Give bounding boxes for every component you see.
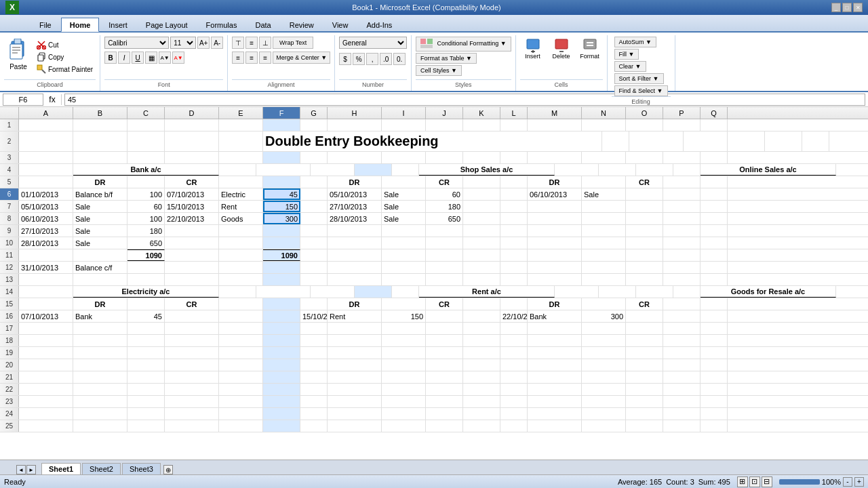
cell-M19[interactable] [528,347,582,359]
cell-P9[interactable] [663,225,701,237]
cell-H18[interactable] [328,335,382,346]
cell-J21[interactable] [426,371,463,383]
fill-color-button[interactable]: A▼ [159,52,171,64]
cell-F20[interactable] [263,359,300,371]
cell-J22[interactable] [426,384,463,395]
rownum-25[interactable]: 25 [0,420,19,432]
cell-A8[interactable]: 06/10/2013 [19,213,73,224]
cell-A7[interactable]: 05/10/2013 [19,201,73,212]
cell-O22[interactable] [626,384,663,395]
cell-J13[interactable] [426,274,463,285]
cell-L1[interactable] [500,119,528,131]
sheet-tab-3[interactable]: Sheet3 [122,463,161,474]
cell-I14[interactable] [555,286,599,298]
cell-Q6[interactable] [701,188,728,200]
cell-C23[interactable] [127,396,165,407]
cell-B10[interactable]: Sale [73,237,127,249]
cell-P25[interactable] [663,420,701,432]
cell-C17[interactable] [127,323,165,334]
cell-L17[interactable] [500,323,528,334]
page-layout-view-button[interactable]: ⊡ [749,476,760,487]
cell-I7[interactable]: Sale [382,201,426,212]
cell-M7[interactable] [528,201,582,212]
cell-O8[interactable] [626,213,663,224]
cell-N1[interactable] [582,119,626,131]
cell-A21[interactable] [19,371,73,383]
cell-K21[interactable] [463,371,500,383]
cell-L23[interactable] [500,396,528,407]
cell-B17[interactable] [73,323,127,334]
cell-D19[interactable] [165,347,219,359]
formula-input[interactable] [64,94,865,106]
cell-P11[interactable] [663,249,701,261]
cell-L7[interactable] [500,201,528,212]
cell-O25[interactable] [626,420,663,432]
cell-I4[interactable] [555,164,599,176]
cell-F25[interactable] [263,420,300,432]
cell-N23[interactable] [582,396,626,407]
cell-G1[interactable] [300,119,328,131]
cell-C13[interactable] [127,274,165,285]
cell-P12[interactable] [663,262,701,273]
cell-C2[interactable] [127,131,165,151]
cell-M17[interactable] [528,323,582,334]
cell-M22[interactable] [528,384,582,395]
cell-O12[interactable] [626,262,663,273]
cell-E10[interactable] [219,237,263,249]
cell-K3[interactable] [463,152,500,163]
cell-J16[interactable] [426,310,463,322]
rownum-11[interactable]: 11 [0,249,19,261]
rownum-6[interactable]: 6 [0,188,19,200]
cell-H3[interactable] [328,152,382,163]
cell-I17[interactable] [382,323,426,334]
cell-Q8[interactable] [701,213,728,224]
percent-button[interactable]: % [353,53,365,65]
rownum-2[interactable]: 2 [0,131,19,151]
cell-D23[interactable] [165,396,219,407]
zoom-in-button[interactable]: + [854,477,864,487]
cell-B2[interactable] [73,131,127,151]
cell-J12[interactable] [426,262,463,273]
cell-C10[interactable]: 650 [127,237,165,249]
col-header-N[interactable]: N [582,107,626,119]
cell-N18[interactable] [582,335,626,346]
cell-N11[interactable] [582,249,626,261]
cell-B24[interactable] [73,408,127,420]
rownum-5[interactable]: 5 [0,176,19,188]
cell-P20[interactable] [663,359,701,371]
cell-J1[interactable] [426,119,463,131]
cell-G18[interactable] [300,335,328,346]
number-format-select[interactable]: General [339,37,407,49]
cell-E11[interactable] [219,249,263,261]
col-header-B[interactable]: B [73,107,127,119]
cell-O17[interactable] [626,323,663,334]
cell-A14[interactable] [19,286,73,298]
tab-insert[interactable]: Insert [100,18,136,31]
cell-D18[interactable] [165,335,219,346]
cell-L5[interactable] [500,176,528,188]
cell-C4[interactable] [219,164,256,176]
cell-N15[interactable] [582,298,626,310]
cell-H5[interactable]: DR [328,176,382,188]
cell-P8[interactable] [663,213,701,224]
format-painter-button[interactable]: Format Painter [34,64,96,75]
cell-D3[interactable] [165,152,219,163]
cell-G6[interactable] [300,188,328,200]
cell-D10[interactable] [165,237,219,249]
cell-C19[interactable] [127,347,165,359]
cell-G14[interactable] [392,286,419,298]
cell-J15[interactable]: CR [426,298,463,310]
cell-N5[interactable] [582,176,626,188]
cell-O24[interactable] [626,408,663,420]
cell-M21[interactable] [528,371,582,383]
cell-L18[interactable] [500,335,528,346]
cell-N8[interactable] [582,213,626,224]
cell-O11[interactable] [626,249,663,261]
rownum-23[interactable]: 23 [0,396,19,407]
cell-O9[interactable] [626,225,663,237]
rownum-17[interactable]: 17 [0,323,19,334]
cell-A12[interactable]: 31/10/2013 [19,262,73,273]
cell-J7[interactable]: 180 [426,201,463,212]
cell-E17[interactable] [219,323,263,334]
cell-J11[interactable] [426,249,463,261]
